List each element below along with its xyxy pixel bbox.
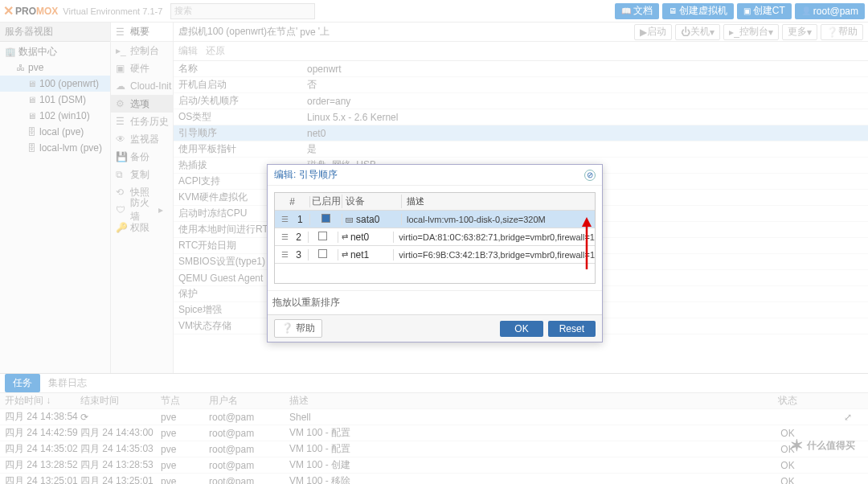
col-number: # [275, 196, 310, 207]
enabled-checkbox[interactable] [321, 214, 330, 223]
reset-button[interactable]: Reset [548, 321, 596, 337]
boot-table-header: # 已启用 设备 描述 [275, 193, 595, 211]
network-icon: ⇄ [342, 250, 348, 259]
boot-order-table: # 已启用 设备 描述 ☰1🖴sata0local-lvm:vm-100-dis… [274, 192, 596, 284]
enabled-checkbox[interactable] [318, 232, 327, 240]
help-icon: ❔ [281, 322, 296, 334]
boot-row[interactable]: ☰1🖴sata0local-lvm:vm-100-disk-0,size=320… [275, 211, 595, 228]
dialog-title: 编辑: 引导顺序 [274, 168, 338, 182]
watermark: ✶什么值得买 [790, 436, 855, 455]
ok-button[interactable]: OK [500, 321, 542, 337]
drag-handle-icon[interactable]: ☰ [281, 232, 289, 241]
device-description: virtio=F6:9B:C3:42:1B:73,bridge=vmbr0,fi… [394, 250, 595, 260]
drag-handle-icon[interactable]: ☰ [281, 215, 289, 224]
boot-row[interactable]: ☰3⇄net1virtio=F6:9B:C3:42:1B:73,bridge=v… [275, 246, 595, 264]
watermark-text: 什么值得买 [807, 439, 855, 453]
device-name: net0 [350, 232, 369, 243]
col-device: 设备 [342, 195, 402, 208]
drag-hint: 拖放以重新排序 [268, 290, 602, 314]
drag-handle-icon[interactable]: ☰ [281, 250, 289, 259]
device-description: local-lvm:vm-100-disk-0,size=320M [402, 215, 595, 224]
dialog-help-button[interactable]: ❔ 帮助 [274, 319, 322, 338]
boot-order-dialog: 编辑: 引导顺序 ⊘ # 已启用 设备 描述 ☰1🖴sata0local-lvm… [267, 164, 603, 342]
device-name: sata0 [356, 214, 379, 225]
boot-row[interactable]: ☰2⇄net0virtio=DA:81:0C:63:82:71,bridge=v… [275, 228, 595, 246]
col-description: 描述 [402, 195, 595, 207]
row-number: 3 [296, 249, 301, 260]
device-name: net1 [350, 249, 369, 260]
col-enabled: 已启用 [310, 195, 342, 208]
row-number: 1 [297, 214, 303, 225]
enabled-checkbox[interactable] [318, 249, 327, 258]
disk-icon: 🖴 [346, 215, 354, 224]
network-icon: ⇄ [342, 232, 348, 241]
dialog-footer: ❔ 帮助 OK Reset [268, 314, 602, 342]
dialog-header: 编辑: 引导顺序 ⊘ [268, 165, 602, 186]
device-description: virtio=DA:81:0C:63:82:71,bridge=vmbr0,fi… [394, 232, 595, 242]
close-icon[interactable]: ⊘ [584, 170, 596, 181]
dialog-help-label: 帮助 [296, 322, 315, 334]
star-icon: ✶ [790, 436, 804, 455]
row-number: 2 [296, 232, 301, 243]
